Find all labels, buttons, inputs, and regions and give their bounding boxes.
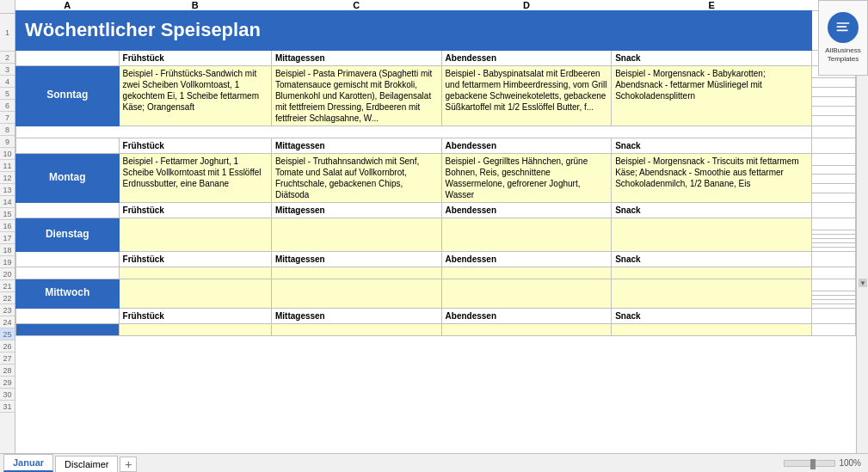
montag-row-1: Montag Beispiel - Fettarmer Joghurt, 1 S… [16,153,856,165]
col-snack-3: Snack [612,202,812,218]
dienstag-fruhstuck[interactable] [119,218,271,251]
title-row: Wöchentlicher Speiseplan [16,11,856,51]
spreadsheet-title: Wöchentlicher Speiseplan [16,11,812,51]
mittwoch-header-row: Frühstück Mittagessen Abendessen Snack [16,251,856,267]
col-header-a: A [16,0,120,11]
day-sonntag: Sonntag [16,65,120,126]
spreadsheet: AllBusiness Templates 1 2 3 4 5 6 7 8 9 … [0,0,868,472]
svg-rect-1 [837,26,847,28]
col-fruhstuck-5: Frühstück [119,308,271,323]
col-mittagessen-2: Mittagessen [271,138,441,153]
brand-label: AllBusiness Templates [825,46,860,64]
sonntag-row-1: Sonntag Beispiel - Frühstücks-Sandwich m… [16,65,856,77]
brand-icon [834,19,852,36]
col-header-d: D [441,0,612,11]
col-header-row: A B C D E F [16,0,856,11]
spreadsheet-table: A B C D E F Wöchentlicher Speiseplan [15,0,856,336]
mittwoch-row-1: Mittwoch [16,279,856,291]
col-mittagessen-3: Mittagessen [271,202,441,218]
day-montag: Montag [16,153,120,202]
svg-rect-2 [837,29,848,31]
dienstag-mittagessen[interactable] [271,218,441,251]
brand-box: AllBusiness Templates [818,0,868,76]
montag-snack[interactable]: Beispiel - Morgensnack - Triscuits mit f… [612,153,812,202]
row-numbers: 1 2 3 4 5 6 7 8 9 10 11 12 13 14 15 16 1… [0,0,15,453]
col-header-e: E [612,0,812,11]
col-mittagessen-5: Mittagessen [271,308,441,323]
brand-logo [828,12,859,43]
day-mittwoch: Mittwoch [16,279,120,308]
col-mittagessen-1: Mittagessen [271,50,441,65]
col-abendessen-3: Abendessen [441,202,612,218]
dienstag-header-row: Frühstück Mittagessen Abendessen Snack [16,202,856,218]
col-snack-4: Snack [612,251,812,267]
add-sheet-button[interactable]: + [120,457,137,472]
sonntag-header-row: Frühstück Mittagessen Abendessen Snack [16,50,856,65]
sonntag-abendessen[interactable]: Beispiel - Babyspinatsalat mit Erdbeeren… [441,65,612,126]
col-mittagessen-4: Mittagessen [271,251,441,267]
montag-abendessen[interactable]: Beispiel - Gegrilltes Hähnchen, grüne Bo… [441,153,612,202]
col-fruhstuck-2: Frühstück [119,138,271,153]
mittwoch-row-0 [16,267,856,279]
col-fruhstuck-3: Frühstück [119,202,271,218]
montag-header-row: Frühstück Mittagessen Abendessen Snack [16,138,856,153]
mittwoch-abendessen[interactable] [441,279,612,308]
grid-area: A B C D E F Wöchentlicher Speiseplan [15,0,856,453]
col-abendessen-2: Abendessen [441,138,612,153]
col-abendessen-1: Abendessen [441,50,612,65]
day-dienstag: Dienstag [16,218,120,251]
col-header-b: B [119,0,271,11]
zoom-level: 100% [839,458,861,468]
bottom-bar: Januar Disclaimer + 100% [0,453,868,472]
zoom-slider[interactable] [784,460,835,467]
dienstag-row-1: Dienstag [16,218,856,230]
next-header-row: Frühstück Mittagessen Abendessen Snack [16,308,856,323]
tab-januar[interactable]: Januar [3,454,53,472]
sonntag-mittagessen[interactable]: Beispiel - Pasta Primavera (Spaghetti mi… [271,65,441,126]
col-fruhstuck-4: Frühstück [119,251,271,267]
col-snack-5: Snack [612,308,812,323]
sonntag-snack[interactable]: Beispiel - Morgensnack - Babykarotten; A… [612,65,812,126]
mittwoch-mittagessen[interactable] [271,279,441,308]
col-abendessen-5: Abendessen [441,308,612,323]
svg-rect-0 [837,22,850,24]
col-abendessen-4: Abendessen [441,251,612,267]
col-snack-1: Snack [612,50,812,65]
mittwoch-fruhstuck[interactable] [119,279,271,308]
blank-row-1 [16,126,856,138]
montag-mittagessen[interactable]: Beispiel - Truthahnsandwich mit Senf, To… [271,153,441,202]
last-row [16,323,856,335]
dienstag-abendessen[interactable] [441,218,612,251]
col-snack-2: Snack [612,138,812,153]
mittwoch-snack[interactable] [612,279,812,308]
col-header-c: C [271,0,441,11]
montag-fruhstuck[interactable]: Beispiel - Fettarmer Joghurt, 1 Scheibe … [119,153,271,202]
dienstag-snack[interactable] [612,218,812,251]
col-fruhstuck-1: Frühstück [119,50,271,65]
sonntag-fruhstuck[interactable]: Beispiel - Frühstücks-Sandwich mit zwei … [119,65,271,126]
tab-disclaimer[interactable]: Disclaimer [55,456,118,472]
